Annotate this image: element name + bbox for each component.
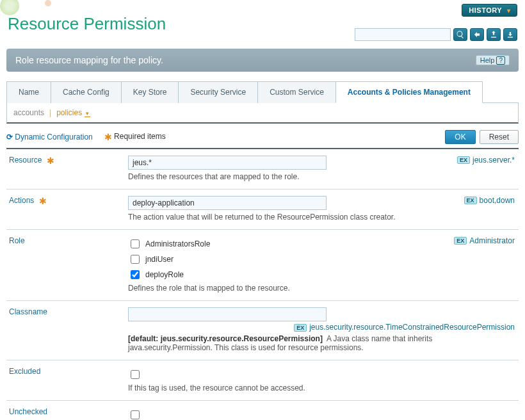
classname-helper: [default: jeus.security.resource.Resourc… (128, 334, 515, 352)
tab-accounts-policies[interactable]: Accounts & Policies Management (335, 81, 483, 103)
reset-button[interactable]: Reset (480, 130, 519, 144)
row-resource: Resource ✱ EXjeus.server.* Defines the r… (6, 149, 519, 190)
resource-label: Resource (9, 156, 42, 165)
actions-example: EXboot,down (464, 196, 515, 205)
classname-input[interactable] (128, 307, 327, 321)
excluded-label: Excluded (9, 367, 40, 376)
refresh-icon: ⟳ (6, 133, 13, 141)
page-title: Resource Permission (8, 14, 166, 34)
dynamic-configuration-label: Dynamic Configuration (15, 133, 92, 141)
role-option-label: jndiUser (145, 255, 174, 264)
role-helper: Defines the role that is mapped to the r… (128, 284, 515, 293)
chevron-down-icon: ▾ (85, 110, 90, 117)
unchecked-checkbox[interactable] (131, 410, 140, 419)
role-example: EXAdministrator (454, 236, 515, 245)
tab-custom-service[interactable]: Custom Service (257, 81, 336, 103)
unchecked-label: Unchecked (9, 407, 47, 416)
banner-text: Role resource mapping for the policy. (15, 55, 163, 65)
tab-cache-config[interactable]: Cache Config (51, 81, 122, 103)
chevron-down-icon: ▾ (507, 7, 511, 14)
role-option-label: AdministratorsRole (145, 239, 210, 248)
breadcrumb-separator: | (49, 108, 51, 117)
tab-security-service[interactable]: Security Service (178, 81, 258, 103)
required-star-icon: ✱ (39, 196, 47, 206)
resource-example: EXjeus.server.* (457, 156, 515, 165)
import-icon[interactable] (503, 28, 517, 41)
help-button[interactable]: Help? (476, 55, 510, 65)
role-option-administrators[interactable] (131, 239, 140, 248)
history-label: HISTORY (469, 6, 502, 14)
history-button[interactable]: HISTORY ▾ (462, 4, 517, 17)
row-classname: Classname EXjeus.security.resource.TimeC… (6, 301, 519, 360)
banner: Role resource mapping for the policy. He… (6, 49, 519, 72)
row-role: Role EXAdministrator AdministratorsRole … (6, 230, 519, 301)
actions-label: Actions (9, 196, 34, 205)
actions-helper: The action value that will be returned t… (128, 213, 515, 222)
role-option-deployrole[interactable] (131, 270, 140, 279)
ok-button[interactable]: OK (445, 130, 475, 144)
classname-example: EXjeus.security.resource.TimeConstrained… (128, 323, 515, 332)
breadcrumb: accounts | policies ▾ (6, 103, 519, 124)
breadcrumb-current[interactable]: policies ▾ (56, 108, 90, 117)
classname-label: Classname (9, 307, 47, 316)
required-star-icon: ✱ (47, 156, 54, 166)
tab-key-store[interactable]: Key Store (121, 81, 179, 103)
search-icon[interactable] (453, 28, 467, 41)
export-icon[interactable] (487, 28, 501, 41)
tabs: Name Cache Config Key Store Security Ser… (6, 81, 519, 103)
row-unchecked: Unchecked If this tag is used, permissio… (6, 401, 519, 420)
back-icon[interactable] (470, 28, 484, 41)
row-actions: Actions ✱ EXboot,down The action value t… (6, 190, 519, 230)
breadcrumb-root[interactable]: accounts (13, 108, 44, 117)
excluded-helper: If this tag is used, the resource cannot… (128, 384, 515, 392)
resource-input[interactable] (128, 156, 327, 170)
help-icon: ? (496, 56, 505, 65)
search-input[interactable] (355, 28, 451, 41)
excluded-checkbox[interactable] (131, 370, 140, 379)
required-items-label: Required items (114, 132, 166, 141)
actions-input[interactable] (128, 196, 327, 210)
tab-name[interactable]: Name (6, 81, 51, 103)
required-star-icon: ✱ (104, 132, 112, 142)
row-excluded: Excluded If this tag is used, the resour… (6, 360, 519, 401)
role-label: Role (9, 236, 25, 245)
role-option-jndiuser[interactable] (131, 255, 140, 264)
resource-helper: Defines the resources that are mapped to… (128, 172, 515, 181)
role-option-label: deployRole (145, 270, 184, 279)
